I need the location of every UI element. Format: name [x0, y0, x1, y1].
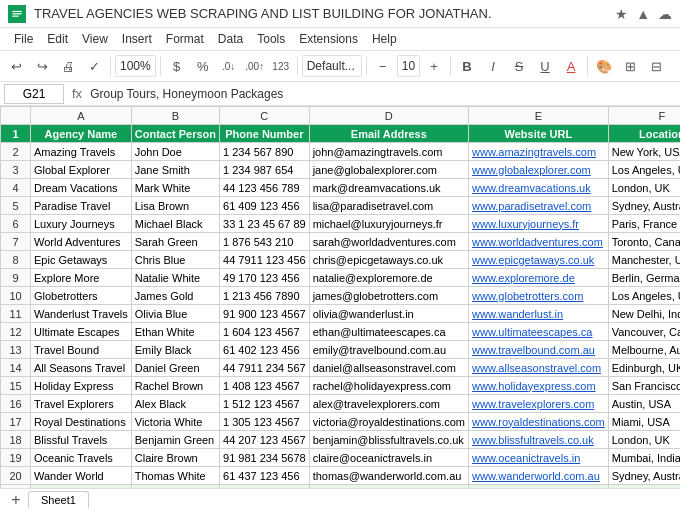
cell-r19-c3[interactable]: claire@oceanictravels.in [309, 449, 468, 467]
cell-r15-c0[interactable]: Holiday Express [31, 377, 132, 395]
cell-r10-c5[interactable]: Los Angeles, USA [608, 287, 680, 305]
cell-r5-c4[interactable]: www.paradisetravel.com [469, 197, 609, 215]
cell-r20-c0[interactable]: Wander World [31, 467, 132, 485]
cell-r5-c0[interactable]: Paradise Travel [31, 197, 132, 215]
menu-file[interactable]: File [8, 30, 39, 48]
cell-r19-c2[interactable]: 91 981 234 5678 [220, 449, 310, 467]
cell-r8-c1[interactable]: Chris Blue [131, 251, 219, 269]
row-header-1[interactable]: 1 [1, 125, 31, 143]
currency-button[interactable]: $ [165, 54, 189, 78]
row-header-5[interactable]: 5 [1, 197, 31, 215]
cell-r2-c1[interactable]: John Doe [131, 143, 219, 161]
row-header-19[interactable]: 19 [1, 449, 31, 467]
font-size-decrease-button[interactable]: − [371, 54, 395, 78]
redo-button[interactable]: ↪ [30, 54, 54, 78]
cell-r17-c4[interactable]: www.royaldestinations.com [469, 413, 609, 431]
cell-r12-c0[interactable]: Ultimate Escapes [31, 323, 132, 341]
spreadsheet-area[interactable]: A B C D E F 1Agency NameContact PersonPh… [0, 106, 680, 488]
cell-r10-c3[interactable]: james@globetrotters.com [309, 287, 468, 305]
sheet-tab-1[interactable]: Sheet1 [28, 491, 89, 508]
print-button[interactable]: 🖨 [56, 54, 80, 78]
cell-r3-c1[interactable]: Jane Smith [131, 161, 219, 179]
cell-r17-c5[interactable]: Miami, USA [608, 413, 680, 431]
cell-r5-c3[interactable]: lisa@paradisetravel.com [309, 197, 468, 215]
col-header-f[interactable]: F [608, 107, 680, 125]
cell-r6-c1[interactable]: Michael Black [131, 215, 219, 233]
cell-r6-c4[interactable]: www.luxuryjourneys.fr [469, 215, 609, 233]
font-size-input[interactable]: 10 [397, 55, 420, 77]
row-header-8[interactable]: 8 [1, 251, 31, 269]
header-cell-3[interactable]: Email Address [309, 125, 468, 143]
add-sheet-button[interactable]: + [4, 488, 28, 511]
cell-r4-c3[interactable]: mark@dreamvacations.uk [309, 179, 468, 197]
row-header-16[interactable]: 16 [1, 395, 31, 413]
cell-r21-c2[interactable]: 1 818 123 4567 [220, 485, 310, 489]
cell-r17-c1[interactable]: Victoria White [131, 413, 219, 431]
cell-r14-c2[interactable]: 44 7911 234 567 [220, 359, 310, 377]
cell-r5-c1[interactable]: Lisa Brown [131, 197, 219, 215]
cell-r3-c4[interactable]: www.globalexplorer.com [469, 161, 609, 179]
cell-r15-c2[interactable]: 1 408 123 4567 [220, 377, 310, 395]
cell-r3-c3[interactable]: jane@globalexplorer.com [309, 161, 468, 179]
row-header-15[interactable]: 15 [1, 377, 31, 395]
cell-r3-c2[interactable]: 1 234 987 654 [220, 161, 310, 179]
cell-r12-c3[interactable]: ethan@ultimateescapes.ca [309, 323, 468, 341]
cell-r16-c1[interactable]: Alex Black [131, 395, 219, 413]
cell-r11-c3[interactable]: olivia@wanderlust.in [309, 305, 468, 323]
cell-r15-c4[interactable]: www.holidayexpress.com [469, 377, 609, 395]
menu-view[interactable]: View [76, 30, 114, 48]
cell-r10-c2[interactable]: 1 213 456 7890 [220, 287, 310, 305]
menu-format[interactable]: Format [160, 30, 210, 48]
cell-r18-c0[interactable]: Blissful Travels [31, 431, 132, 449]
cell-r16-c3[interactable]: alex@travelexplorers.com [309, 395, 468, 413]
col-header-c[interactable]: C [220, 107, 310, 125]
cell-r7-c4[interactable]: www.worldadventures.com [469, 233, 609, 251]
cell-r20-c3[interactable]: thomas@wanderworld.com.au [309, 467, 468, 485]
cell-r12-c5[interactable]: Vancouver, Canada [608, 323, 680, 341]
col-header-b[interactable]: B [131, 107, 219, 125]
cell-r2-c2[interactable]: 1 234 567 890 [220, 143, 310, 161]
cell-r18-c5[interactable]: London, UK [608, 431, 680, 449]
font-size-increase-button[interactable]: + [422, 54, 446, 78]
cell-r9-c1[interactable]: Natalie White [131, 269, 219, 287]
header-cell-4[interactable]: Website URL [469, 125, 609, 143]
row-header-6[interactable]: 6 [1, 215, 31, 233]
decimal-increase-button[interactable]: .00↑ [243, 54, 267, 78]
cell-r14-c4[interactable]: www.allseasonstravel.com [469, 359, 609, 377]
row-header-9[interactable]: 9 [1, 269, 31, 287]
cell-r12-c4[interactable]: www.ultimateescapes.ca [469, 323, 609, 341]
cell-r10-c0[interactable]: Globetrotters [31, 287, 132, 305]
cell-r18-c1[interactable]: Benjamin Green [131, 431, 219, 449]
cell-r12-c2[interactable]: 1 604 123 4567 [220, 323, 310, 341]
menu-data[interactable]: Data [212, 30, 249, 48]
menu-edit[interactable]: Edit [41, 30, 74, 48]
cell-r8-c3[interactable]: chris@epicgetaways.co.uk [309, 251, 468, 269]
cell-r20-c1[interactable]: Thomas White [131, 467, 219, 485]
cell-r4-c2[interactable]: 44 123 456 789 [220, 179, 310, 197]
font-select[interactable]: Default... [302, 55, 362, 77]
cell-r18-c2[interactable]: 44 207 123 4567 [220, 431, 310, 449]
cell-r14-c0[interactable]: All Seasons Travel [31, 359, 132, 377]
cell-r13-c5[interactable]: Melbourne, Australia [608, 341, 680, 359]
cell-r19-c5[interactable]: Mumbai, India [608, 449, 680, 467]
row-header-17[interactable]: 17 [1, 413, 31, 431]
cell-r4-c4[interactable]: www.dreamvacations.uk [469, 179, 609, 197]
cell-r21-c5[interactable]: Los Angeles, USA [608, 485, 680, 489]
cell-r10-c4[interactable]: www.globetrotters.com [469, 287, 609, 305]
cell-r13-c3[interactable]: emily@travelbound.com.au [309, 341, 468, 359]
drive-icon[interactable]: ▲ [636, 6, 650, 22]
row-header-12[interactable]: 12 [1, 323, 31, 341]
cell-r11-c2[interactable]: 91 900 123 4567 [220, 305, 310, 323]
cell-r9-c5[interactable]: Berlin, Germany [608, 269, 680, 287]
cell-r18-c3[interactable]: benjamin@blissfultravels.co.uk [309, 431, 468, 449]
cell-r4-c0[interactable]: Dream Vacations [31, 179, 132, 197]
cell-r19-c4[interactable]: www.oceanictravels.in [469, 449, 609, 467]
menu-help[interactable]: Help [366, 30, 403, 48]
fill-color-button[interactable]: 🎨 [592, 54, 616, 78]
cell-r13-c1[interactable]: Emily Black [131, 341, 219, 359]
cell-r14-c1[interactable]: Daniel Green [131, 359, 219, 377]
row-header-13[interactable]: 13 [1, 341, 31, 359]
formula-input[interactable] [90, 87, 676, 101]
cell-r6-c5[interactable]: Paris, France [608, 215, 680, 233]
underline-button[interactable]: U [533, 54, 557, 78]
